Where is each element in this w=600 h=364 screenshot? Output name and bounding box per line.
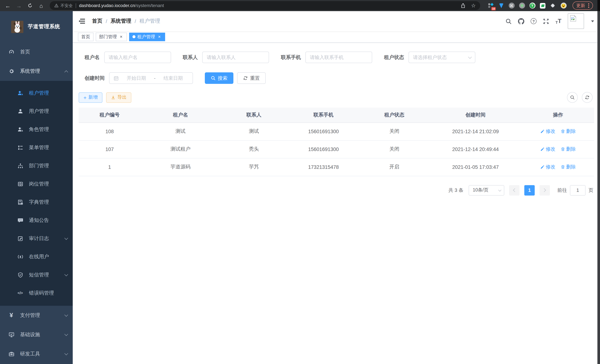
sidebar-item-notice[interactable]: 通知公告: [0, 211, 73, 229]
sidebar-item-sms[interactable]: 短信管理: [0, 266, 73, 284]
next-page-button[interactable]: [540, 185, 550, 195]
extension-grid-icon[interactable]: 10: [488, 2, 494, 9]
sidebar-item-role[interactable]: 角色管理: [0, 120, 73, 138]
sidebar-item-pay[interactable]: ¥ 支付管理: [0, 306, 73, 325]
sidebar-item-menu[interactable]: 菜单管理: [0, 138, 73, 157]
extension-chat-icon[interactable]: [540, 2, 546, 9]
tree-list-icon: [17, 144, 23, 151]
page-size-select[interactable]: 10条/页: [469, 185, 504, 195]
sidebar-item-system[interactable]: 系统管理: [0, 62, 73, 81]
address-bar[interactable]: 不安全 dashboard.yudao.iocoder.cn/system/te…: [50, 1, 480, 10]
page: ← → ⌂ 不安全 dashboard.yudao.iocoder.cn/sys…: [0, 0, 600, 364]
toolbox-icon: [8, 351, 14, 357]
end-date-placeholder: 结束日期: [158, 75, 188, 82]
user-avatar-broken-image[interactable]: [568, 13, 584, 29]
breadcrumb: 首页 / 系统管理 / 租户管理: [92, 18, 160, 25]
browser-forward-icon[interactable]: →: [14, 1, 24, 10]
mobile-input[interactable]: [305, 52, 372, 63]
delete-tenant-link[interactable]: 删除: [561, 146, 576, 152]
browser-back-icon[interactable]: ←: [3, 1, 13, 10]
status-select[interactable]: 请选择租户状态: [409, 52, 475, 63]
tag-tenant-active[interactable]: 租户管理 ×: [129, 32, 165, 41]
extension-balloon-icon[interactable]: [498, 2, 504, 9]
reset-button[interactable]: 重置: [237, 72, 266, 84]
fullscreen-icon[interactable]: [543, 18, 549, 24]
sidebar-item-audit[interactable]: 审计日志: [0, 229, 73, 247]
edit-tenant-link[interactable]: 修改: [540, 146, 555, 152]
sidebar-item-devtools[interactable]: 研发工具: [0, 344, 73, 364]
search-icon: [211, 76, 216, 81]
url-separator: [76, 3, 76, 8]
browser-profile-avatar[interactable]: [560, 2, 567, 9]
sidebar-item-tenant[interactable]: 租户管理: [0, 84, 73, 102]
sidebar-item-online[interactable]: 在线用户: [0, 247, 73, 266]
browser-toolbar: ← → ⌂ 不安全 dashboard.yudao.iocoder.cn/sys…: [0, 0, 600, 11]
tag-dept[interactable]: 部门管理 ×: [96, 32, 127, 41]
help-icon[interactable]: ?: [531, 18, 536, 24]
close-icon[interactable]: ×: [157, 34, 162, 39]
sidebar-item-dept[interactable]: 部门管理: [0, 157, 73, 175]
breadcrumb-home[interactable]: 首页: [92, 18, 103, 25]
sidebar-item-infra[interactable]: 基础设施: [0, 325, 73, 344]
header-search-icon[interactable]: [505, 18, 512, 24]
sidebar-item-dict[interactable]: 字典管理: [0, 193, 73, 211]
gear-icon: [8, 68, 14, 75]
url-path: /system/tenant: [135, 3, 164, 8]
message-bubble-icon: [17, 217, 23, 223]
browser-update-button[interactable]: 更新: [572, 1, 593, 10]
refresh-table-button[interactable]: [582, 92, 593, 103]
export-button[interactable]: 导出: [106, 92, 131, 103]
delete-tenant-link[interactable]: 删除: [561, 164, 576, 170]
delete-tenant-link[interactable]: 删除: [561, 128, 576, 135]
current-page[interactable]: 1: [524, 185, 535, 195]
close-icon[interactable]: ×: [119, 34, 123, 39]
table-row: 107 测试租户 秃头 15601691300 关闭 2021-12-14 20…: [79, 140, 594, 158]
tenant-table: 租户编号 租户名 联系人 联系手机 租户状态 创建时间 操作 108 测试: [79, 108, 594, 176]
goto-label: 前往: [557, 187, 567, 194]
font-size-icon[interactable]: TT: [555, 18, 562, 25]
prev-page-button[interactable]: [509, 185, 519, 195]
sidebar-item-post[interactable]: 岗位管理: [0, 175, 73, 193]
toggle-search-button[interactable]: [567, 92, 578, 103]
browser-reload-icon[interactable]: [25, 1, 35, 10]
github-icon[interactable]: [518, 18, 524, 24]
date-range-input[interactable]: 开始日期 - 结束日期: [109, 72, 193, 84]
edit-tenant-link[interactable]: 修改: [540, 128, 555, 135]
tag-home[interactable]: 首页: [78, 32, 94, 41]
breadcrumb-system[interactable]: 系统管理: [111, 18, 131, 25]
browser-home-icon[interactable]: ⌂: [36, 1, 46, 10]
col-contact: 联系人: [220, 108, 287, 122]
sidebar-item-home[interactable]: 首页: [0, 42, 73, 62]
page-unit-label: 页: [589, 187, 593, 194]
avatar-dropdown-caret-icon[interactable]: [591, 20, 594, 22]
chevron-down-icon: [498, 188, 501, 191]
add-tenant-button[interactable]: + 新增: [79, 92, 103, 103]
dictionary-book-icon: [17, 199, 23, 205]
extension-record-icon[interactable]: [519, 2, 525, 9]
contact-input[interactable]: [202, 52, 269, 63]
share-icon[interactable]: [461, 3, 466, 8]
chevron-down-icon: [64, 236, 68, 240]
browser-menu-dots-icon[interactable]: [588, 3, 589, 8]
scrollbar-track[interactable]: [597, 11, 600, 364]
goto-page-input[interactable]: [570, 185, 586, 195]
create-time-label: 创建时间: [84, 75, 105, 82]
extensions-puzzle-icon[interactable]: [550, 2, 556, 9]
tenant-name-input[interactable]: [104, 52, 171, 63]
refresh-icon: [585, 95, 590, 100]
extension-command-icon[interactable]: ⌘: [508, 2, 515, 9]
chevron-down-icon: [468, 55, 472, 59]
search-button[interactable]: 搜索: [205, 72, 233, 84]
not-secure-warning[interactable]: 不安全: [54, 3, 73, 8]
bookmark-star-icon[interactable]: ☆: [471, 3, 476, 9]
sidebar-item-errcode[interactable]: </> 错误码管理: [0, 284, 73, 302]
edit-tenant-link[interactable]: 修改: [540, 164, 555, 170]
sidebar-collapse-icon[interactable]: [79, 18, 86, 25]
sidebar-item-user[interactable]: 用户管理: [0, 102, 73, 120]
col-status: 租户状态: [360, 108, 429, 122]
scrollbar-track-top: [597, 0, 600, 11]
extension-y-icon[interactable]: Y: [529, 2, 535, 9]
table-row: 108 测试 测试 15601691300 关闭 2021-12-14 21:0…: [79, 122, 594, 140]
breadcrumb-current: 租户管理: [140, 18, 160, 25]
app-logo[interactable]: 芋道管理系统: [0, 11, 73, 42]
